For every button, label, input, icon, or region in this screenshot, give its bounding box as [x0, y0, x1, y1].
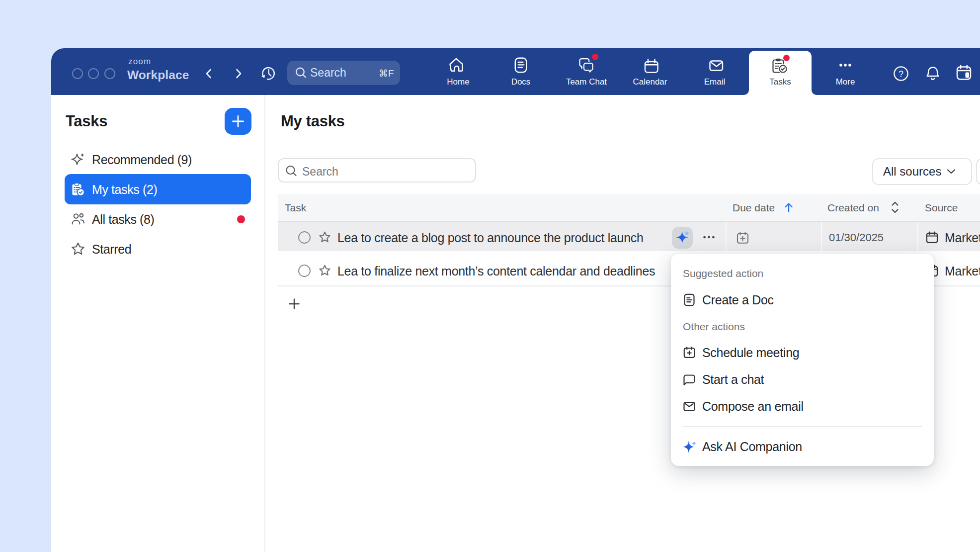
svg-text:?: ?: [898, 69, 903, 79]
